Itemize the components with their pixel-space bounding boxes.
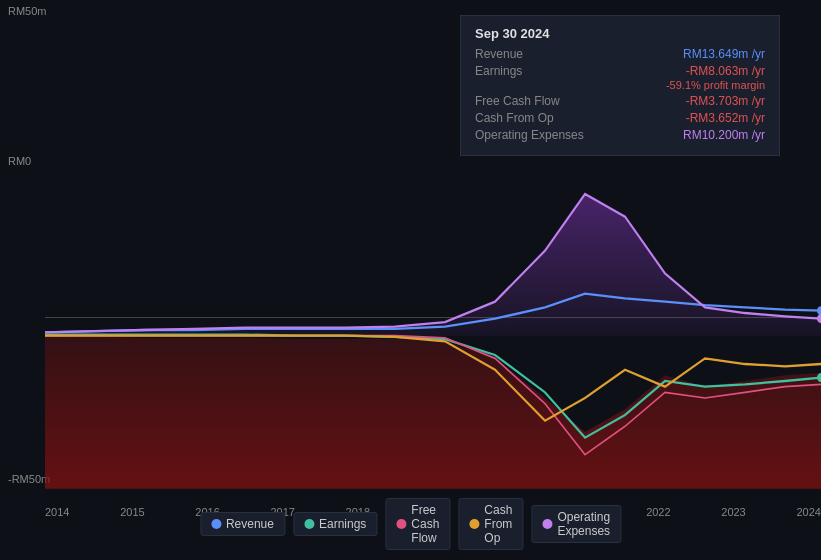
- chart-svg: [45, 160, 821, 500]
- legend-revenue-label: Revenue: [226, 517, 274, 531]
- legend-revenue-dot: [211, 519, 221, 529]
- x-label-2023: 2023: [721, 506, 745, 518]
- chart-legend: Revenue Earnings Free Cash Flow Cash Fro…: [200, 498, 621, 550]
- earnings-value: -RM8.063m /yr: [686, 64, 765, 78]
- legend-fcf-dot: [396, 519, 406, 529]
- cashop-value: -RM3.652m /yr: [686, 111, 765, 125]
- revenue-value: RM13.649m /yr: [683, 47, 765, 61]
- legend-fcf[interactable]: Free Cash Flow: [385, 498, 450, 550]
- earnings-label: Earnings: [475, 64, 522, 78]
- revenue-label: Revenue: [475, 47, 523, 61]
- legend-earnings-dot: [304, 519, 314, 529]
- chart-area: [0, 160, 821, 500]
- legend-fcf-label: Free Cash Flow: [411, 503, 439, 545]
- opex-row: Operating Expenses RM10.200m /yr: [475, 128, 765, 142]
- info-tooltip: Sep 30 2024 Revenue RM13.649m /yr Earnin…: [460, 15, 780, 156]
- opex-fill: [45, 194, 821, 336]
- tooltip-date: Sep 30 2024: [475, 26, 765, 41]
- fcf-row: Free Cash Flow -RM3.703m /yr: [475, 94, 765, 108]
- legend-cashop[interactable]: Cash From Op: [458, 498, 523, 550]
- opex-label: Operating Expenses: [475, 128, 584, 142]
- legend-cashop-dot: [469, 519, 479, 529]
- x-label-2015: 2015: [120, 506, 144, 518]
- y-label-top: RM50m: [8, 5, 47, 17]
- x-label-2014: 2014: [45, 506, 69, 518]
- cashop-label: Cash From Op: [475, 111, 554, 125]
- legend-opex-dot: [542, 519, 552, 529]
- legend-revenue[interactable]: Revenue: [200, 512, 285, 536]
- fcf-value: -RM3.703m /yr: [686, 94, 765, 108]
- legend-opex[interactable]: Operating Expenses: [531, 505, 621, 543]
- cashop-row: Cash From Op -RM3.652m /yr: [475, 111, 765, 125]
- revenue-row: Revenue RM13.649m /yr: [475, 47, 765, 61]
- profit-margin-value: -59.1% profit margin: [475, 79, 765, 91]
- x-label-2024: 2024: [796, 506, 820, 518]
- opex-value: RM10.200m /yr: [683, 128, 765, 142]
- earnings-row: Earnings -RM8.063m /yr: [475, 64, 765, 78]
- revenue-dot: [817, 306, 821, 315]
- legend-cashop-label: Cash From Op: [484, 503, 512, 545]
- legend-opex-label: Operating Expenses: [557, 510, 610, 538]
- legend-earnings[interactable]: Earnings: [293, 512, 377, 536]
- fcf-label: Free Cash Flow: [475, 94, 560, 108]
- x-label-2022: 2022: [646, 506, 670, 518]
- legend-earnings-label: Earnings: [319, 517, 366, 531]
